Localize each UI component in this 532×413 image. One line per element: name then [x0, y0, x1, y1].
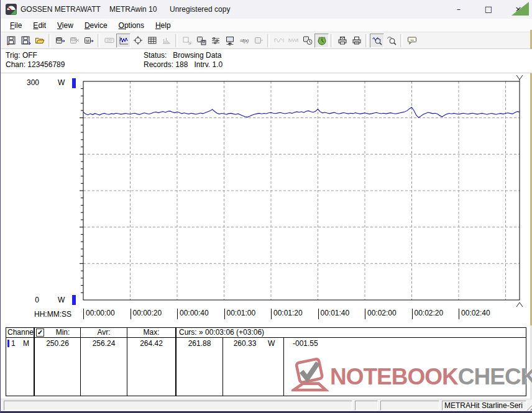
device-memory-icon[interactable]: M — [81, 34, 96, 48]
x-tick-00:02:20: 00:02:20 — [412, 309, 444, 319]
device-clear-icon — [67, 34, 81, 48]
window-title-product: METRAwin 10 — [109, 5, 157, 14]
menu-help[interactable]: Help — [150, 20, 177, 31]
x-tick-00:01:40: 00:01:40 — [318, 309, 350, 319]
y-axis-top-marker — [72, 78, 76, 88]
col-header-max: Max: — [127, 328, 175, 337]
menu-view[interactable]: View — [52, 20, 79, 31]
record-timer-icon[interactable] — [300, 34, 314, 48]
menu-options[interactable]: Options — [113, 20, 150, 31]
menu-bar: FileEditViewDeviceOptionsHelp — [1, 19, 532, 32]
x-tick-00:00:40: 00:00:40 — [177, 309, 209, 319]
timer-active-icon[interactable] — [314, 34, 329, 48]
value-cursor-a: 261.88 — [177, 339, 222, 348]
svg-text:=f(x): =f(x) — [239, 39, 248, 43]
wave-multi-icon — [286, 34, 300, 48]
save-config-icon[interactable] — [18, 34, 32, 48]
col-header-channel: Channel: — [7, 328, 34, 337]
chart-plot[interactable] — [1, 73, 530, 325]
channel-color-marker — [7, 340, 9, 347]
app-icon — [6, 4, 17, 15]
histogram-view-icon — [159, 34, 173, 48]
table-border — [283, 337, 284, 396]
notebookcheck-watermark: NOTEBOOKCHECK — [291, 358, 532, 396]
zoom-signal-icon[interactable] — [370, 34, 384, 48]
x-tick-00:00:00: 00:00:00 — [83, 309, 115, 319]
channel-list: Chan: 123456789 — [6, 60, 65, 69]
col-header-min: Min: — [45, 328, 80, 337]
table-view-icon[interactable] — [145, 34, 159, 48]
metrawin-window: GOSSEN METRAWATT METRAwin 10 Unregistere… — [0, 0, 532, 413]
device-store-icon[interactable] — [194, 34, 208, 48]
menu-device[interactable]: Device — [79, 20, 113, 31]
zoom-curve-icon[interactable] — [384, 34, 398, 48]
status-panel-2 — [355, 401, 378, 411]
table-border — [6, 337, 526, 338]
minimize-button[interactable]: – — [444, 0, 473, 19]
status-panel-1 — [4, 401, 352, 411]
window-title-app: GOSSEN METRAWATT — [21, 5, 101, 14]
col-header-cursor: Curs: » 00:03:06 (+03:06) — [179, 328, 365, 337]
wordmark-notebook: NOTEBOOK — [330, 364, 458, 389]
device-config-icon — [251, 34, 265, 48]
table-border — [34, 327, 35, 396]
device-read-icon[interactable] — [53, 34, 67, 48]
notebookcheck-laptop-icon — [291, 358, 330, 396]
chart-panel[interactable]: 300 W 0 W HH:MM:SS 00:00:0000:00:2000:00… — [1, 73, 530, 325]
monitor-config-icon[interactable] — [222, 34, 237, 48]
formula-icon[interactable]: =f(x) — [237, 34, 251, 48]
toolbar-separator — [365, 34, 368, 47]
info-panel: Trig: OFF Chan: 123456789 Status: Browsi… — [1, 49, 532, 73]
lcd-display-icon: 1257 — [102, 34, 116, 48]
export-window-icon — [180, 34, 194, 48]
records-info: Records: 188 Intrv. 1.0 — [144, 60, 222, 69]
table-border — [6, 396, 526, 396]
toolbar-separator — [267, 34, 270, 47]
toolbar-separator — [98, 34, 100, 47]
chart-view-icon[interactable] — [116, 34, 131, 48]
status-panel-3 — [380, 401, 439, 411]
y-axis-bottom-marker — [72, 295, 76, 305]
x-tick-00:02:00: 00:02:00 — [365, 309, 397, 319]
x-tick-00:01:00: 00:01:00 — [224, 309, 256, 319]
svg-text:1257: 1257 — [106, 39, 112, 42]
menu-edit[interactable]: Edit — [27, 20, 52, 31]
channel-config-icon[interactable] — [208, 34, 222, 48]
value-cursor-b: 260.33 — [223, 339, 267, 348]
value-unit: W — [268, 339, 280, 348]
value-min: 250.26 — [35, 339, 80, 348]
channel-mode: M — [23, 339, 32, 348]
value-max: 264.42 — [127, 339, 175, 348]
status-panel-device: METRAHit Starline-Seri — [442, 401, 526, 411]
status-bar: METRAHit Starline-Seri — [1, 399, 532, 412]
open-file-icon[interactable] — [32, 34, 47, 48]
cursor-crosshair-icon[interactable] — [131, 34, 145, 48]
menu-file[interactable]: File — [4, 20, 27, 31]
y-axis-unit-bottom: W — [58, 296, 65, 304]
x-axis-label: HH:MM:SS — [34, 310, 71, 319]
table-border — [175, 327, 177, 396]
x-tick-00:02:40: 00:02:40 — [459, 309, 490, 319]
value-delta: -001.55 — [293, 339, 367, 348]
toolbar-separator — [400, 34, 403, 47]
toolbar: M1257=f(x)»» — [1, 32, 532, 49]
comment-icon[interactable]: »» — [405, 34, 419, 48]
print-report-icon[interactable] — [335, 34, 349, 48]
col-header-avr: Avr: — [81, 328, 127, 337]
window-title-license: Unregistered copy — [170, 5, 230, 14]
svg-text:M: M — [86, 39, 89, 43]
titlebar: GOSSEN METRAWATT METRAwin 10 Unregistere… — [1, 0, 532, 19]
notebookcheck-wordmark: NOTEBOOKCHECK — [330, 359, 532, 395]
maximize-button[interactable]: □ — [474, 0, 503, 19]
channel-visible-checkbox[interactable]: ✓ — [36, 329, 44, 337]
wave-single-icon — [272, 34, 286, 48]
value-avr: 256.24 — [81, 339, 127, 348]
y-axis-unit-top: W — [58, 78, 65, 87]
y-axis-max-label: 300 — [19, 78, 39, 87]
table-border — [80, 327, 81, 396]
toolbar-separator — [331, 34, 333, 47]
save-data-icon[interactable] — [4, 34, 18, 48]
print-icon[interactable] — [349, 34, 364, 48]
brand-triangle-icon — [511, 1, 530, 18]
channel-number: 1 — [11, 339, 20, 348]
